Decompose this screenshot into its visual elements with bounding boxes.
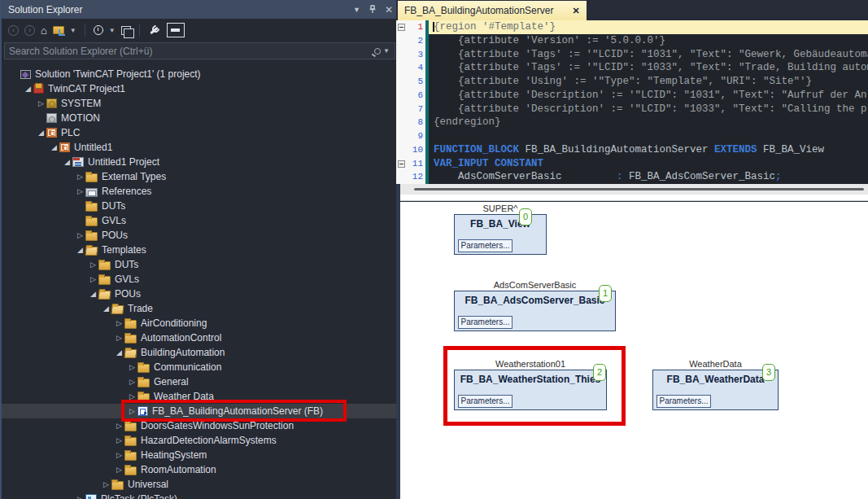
expand-arrow-icon[interactable]: ▷: [114, 466, 124, 474]
pending-changes-filter-icon[interactable]: [94, 25, 103, 35]
tree-item-roomautomation[interactable]: ▷RoomAutomation: [2, 462, 396, 477]
solution-explorer-toolbar: ‹ › ⌂ ▼ ▼: [2, 19, 396, 42]
proj-icon: [72, 157, 84, 167]
expand-arrow-icon[interactable]: ▷: [127, 363, 137, 371]
tree-item-system[interactable]: ▷SYSTEM: [2, 96, 396, 111]
tree-item-universal[interactable]: ▷Universal: [2, 477, 396, 492]
fb-block-fb-ba-weatherdata[interactable]: FB_BA_WeatherDataParameters...: [652, 370, 779, 410]
tree-item-motion[interactable]: MOTION: [2, 111, 396, 125]
collapse-arrow-icon[interactable]: ◢: [23, 85, 33, 93]
expand-arrow-icon[interactable]: ▷: [75, 495, 85, 499]
expand-arrow-icon[interactable]: ▷: [36, 99, 46, 107]
code-line-5: {attribute 'Using' := '"Type": "Template…: [429, 75, 868, 89]
tree-item-label: BuildingAutomation: [141, 347, 225, 358]
parameters-button[interactable]: Parameters...: [458, 239, 513, 252]
chevron-down-icon[interactable]: ▼: [70, 27, 76, 34]
search-input[interactable]: Search Solution Explorer (Ctrl+ü) ▼: [4, 42, 395, 59]
code-line-12: AdsComServerBasic : FB_BA_AdsComServer_B…: [429, 170, 868, 184]
collapse-arrow-icon[interactable]: ◢: [88, 290, 98, 298]
home-icon[interactable]: ⌂: [41, 24, 47, 37]
solution-explorer-titlebar[interactable]: Solution Explorer ▼ ✕: [2, 0, 396, 19]
document-tab[interactable]: FB_BA_BuildingAutomationServer ✕: [398, 1, 587, 20]
expand-arrow-icon[interactable]: ▷: [88, 275, 98, 283]
tree-item-duts[interactable]: ▷DUTs: [2, 257, 396, 272]
collapse-arrow-icon[interactable]: ◢: [101, 304, 111, 313]
code-line-1: {region '#Template'}: [429, 20, 868, 34]
tree-item-twincat-project1[interactable]: ◢TwinCAT Project1: [2, 81, 396, 96]
parameters-button[interactable]: Parameters...: [656, 395, 711, 408]
tree-item-external-types[interactable]: ▷External Types: [2, 169, 396, 184]
expand-arrow-icon[interactable]: ▷: [101, 480, 111, 488]
splitter-thumb[interactable]: [414, 188, 864, 190]
fold-collapse-icon[interactable]: [398, 24, 405, 31]
fold-collapse-icon[interactable]: [398, 160, 405, 168]
tree-item-untitled1[interactable]: ◢Untitled1: [2, 140, 396, 155]
tree-item-solution-twincat-project1-1-project[interactable]: Solution 'TwinCAT Project1' (1 project): [2, 67, 396, 81]
tree-item-references[interactable]: ▷References: [2, 184, 396, 199]
collapse-arrow-icon[interactable]: ◢: [36, 129, 46, 137]
parameters-button[interactable]: Parameters...: [458, 316, 513, 329]
preview-selected-items-toggle[interactable]: [167, 23, 185, 37]
back-icon[interactable]: ‹: [8, 25, 19, 36]
chevron-down-icon[interactable]: ▼: [383, 47, 390, 55]
expand-arrow-icon[interactable]: ▷: [75, 173, 85, 181]
tree-item-untitled1-project[interactable]: ◢Untitled1 Project: [2, 155, 396, 169]
tree-item-label: Trade: [128, 303, 153, 314]
line-number: 10: [396, 143, 423, 157]
tree-item-trade[interactable]: ◢Trade: [2, 301, 396, 316]
tree-item-label: General: [154, 376, 189, 387]
fb-instance-label-weatherdata: WeatherData: [652, 359, 779, 369]
tree-item-plctask-plctask[interactable]: ▷PlcTask (PlcTask): [2, 492, 396, 499]
execution-order-badge: 1: [599, 285, 612, 302]
window-position-icon[interactable]: ▼: [353, 6, 360, 14]
close-icon[interactable]: ✕: [385, 4, 393, 15]
tree-item-pous[interactable]: ▷POUs: [2, 228, 396, 243]
tree-item-label: PlcTask (PlcTask): [101, 493, 177, 499]
tree-item-hazarddetectionalarmsystems[interactable]: ▷HazardDetectionAlarmSystems: [2, 433, 396, 448]
expand-arrow-icon[interactable]: ▷: [75, 231, 85, 239]
tree-item-label: RoomAutomation: [141, 464, 216, 475]
tree-item-general[interactable]: ▷General: [2, 374, 396, 389]
magnifier-icon[interactable]: [374, 48, 381, 55]
tree-item-duts[interactable]: DUTs: [2, 199, 396, 213]
switch-views-icon[interactable]: [53, 26, 64, 34]
tree-item-gvls[interactable]: GVLs: [2, 213, 396, 228]
collapse-arrow-icon[interactable]: ◢: [75, 246, 85, 254]
expand-arrow-icon[interactable]: ▷: [114, 334, 124, 342]
expand-arrow-icon[interactable]: ▷: [114, 422, 124, 430]
fb-block-fb-ba-view[interactable]: FB_BA_ViewParameters...: [454, 214, 547, 255]
sys-icon: [46, 98, 57, 108]
expand-arrow-icon[interactable]: ▷: [88, 260, 98, 269]
pin-icon[interactable]: [559, 7, 566, 15]
expand-arrow-icon[interactable]: ▷: [114, 436, 124, 444]
tree-item-gvls[interactable]: ▷GVLs: [2, 272, 396, 287]
chevron-down-icon[interactable]: ▼: [109, 27, 116, 34]
expand-arrow-icon[interactable]: ▷: [114, 319, 124, 327]
editor-splitter[interactable]: [396, 184, 868, 195]
expand-arrow-icon[interactable]: ▷: [75, 187, 85, 195]
tree-item-pous[interactable]: ◢POUs: [2, 287, 396, 301]
close-icon[interactable]: ✕: [572, 6, 579, 16]
forward-icon[interactable]: ›: [24, 25, 35, 36]
tree-item-label: HeatingSystem: [141, 449, 207, 461]
properties-wrench-icon[interactable]: [148, 24, 159, 36]
fb-block-fb-ba-adscomserver-basic[interactable]: FB_BA_AdsComServer_BasicParameters...: [454, 291, 616, 331]
expand-arrow-icon[interactable]: ▷: [127, 378, 137, 386]
collapse-arrow-icon[interactable]: ◢: [62, 158, 72, 166]
collapse-arrow-icon[interactable]: ◢: [49, 143, 59, 151]
tree-item-plc[interactable]: ◢PLC: [2, 125, 396, 140]
tree-item-communication[interactable]: ▷Communication: [2, 360, 396, 374]
folder-icon: [85, 217, 98, 226]
fb-block-type: FB_BA_View: [455, 218, 546, 230]
expand-arrow-icon[interactable]: ▷: [114, 451, 124, 459]
tree-item-buildingautomation[interactable]: ◢BuildingAutomation: [2, 345, 396, 360]
tree-item-templates[interactable]: ◢Templates: [2, 243, 396, 257]
tree-item-airconditioning[interactable]: ▷AirConditioning: [2, 316, 396, 330]
tree-item-label: Communication: [154, 361, 221, 373]
collapse-arrow-icon[interactable]: ◢: [114, 348, 124, 357]
pin-icon[interactable]: [369, 5, 377, 14]
st-declaration-editor[interactable]: {region '#Template'} {attribute 'Version…: [396, 20, 868, 184]
sync-with-active-document-icon[interactable]: [121, 26, 131, 35]
tree-item-automationcontrol[interactable]: ▷AutomationControl: [2, 330, 396, 345]
tree-item-heatingsystem[interactable]: ▷HeatingSystem: [2, 448, 396, 462]
